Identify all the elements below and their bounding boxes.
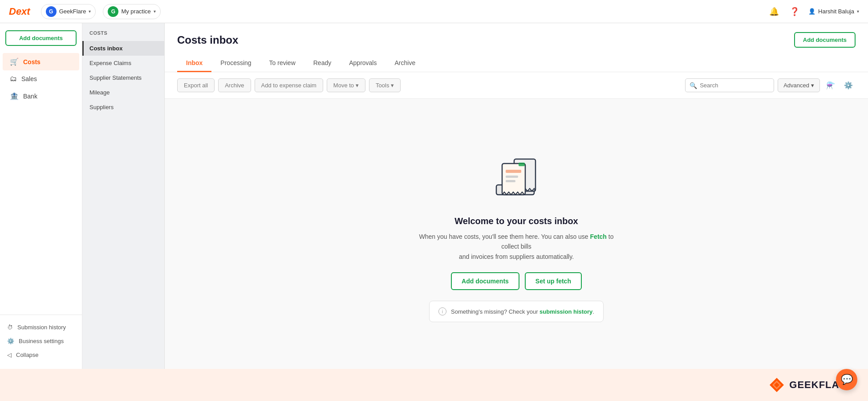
submission-history-link[interactable]: submission history [539, 308, 592, 315]
search-icon: 🔍 [690, 82, 697, 89]
sidebar-item-bank[interactable]: 🏦 Bank [3, 87, 79, 105]
archive-button[interactable]: Archive [218, 78, 251, 92]
svg-rect-2 [502, 164, 525, 195]
help-button[interactable]: ❓ [788, 5, 801, 18]
toolbar: Export all Archive Add to expense claim … [165, 72, 868, 99]
tools-button[interactable]: Tools ▾ [369, 78, 401, 92]
main-layout: Add documents 🛒 Costs 🗂 Sales 🏦 Bank ⏱ S… [0, 23, 868, 369]
costs-inbox-label: Costs inbox [89, 45, 122, 52]
user-menu[interactable]: 👤 Harshit Baluja ▾ [808, 8, 859, 15]
org2-label: My practice [121, 8, 150, 15]
header-add-documents-button[interactable]: Add documents [794, 32, 856, 48]
costs-icon: 🛒 [10, 57, 19, 66]
advanced-button[interactable]: Advanced ▾ [778, 78, 820, 92]
svg-rect-4 [506, 176, 518, 178]
search-input[interactable] [685, 78, 774, 92]
business-settings-label: Business settings [19, 338, 64, 344]
empty-state-description: When you have costs, you'll see them her… [410, 232, 623, 262]
empty-state: Welcome to your costs inbox When you hav… [165, 99, 868, 369]
org1-selector[interactable]: G GeekFlare ▾ [41, 4, 96, 19]
sidebar-item-sales[interactable]: 🗂 Sales [3, 70, 79, 87]
submission-history-item[interactable]: ⏱ Submission history [0, 320, 82, 334]
sidebar-item-costs[interactable]: 🛒 Costs [3, 53, 79, 70]
supplier-statements-label: Supplier Statements [89, 74, 142, 81]
collapse-icon: ◁ [7, 352, 12, 358]
tab-ready[interactable]: Ready [304, 55, 340, 72]
move-to-chevron-icon: ▾ [356, 82, 359, 89]
sales-icon: 🗂 [10, 75, 17, 83]
sidebar-item-costs-label: Costs [23, 58, 41, 65]
sidebar-bottom: ⏱ Submission history ⚙️ Business setting… [0, 315, 82, 362]
sidebar-item-bank-label: Bank [23, 93, 37, 100]
fetch-link[interactable]: Fetch [590, 233, 607, 240]
missing-notice-after: . [592, 308, 594, 315]
sidebar-add-documents-button[interactable]: Add documents [5, 30, 77, 46]
secondary-item-supplier-statements[interactable]: Supplier Statements [82, 70, 164, 85]
tab-approvals[interactable]: Approvals [340, 55, 385, 72]
settings-icon: ⚙️ [7, 338, 14, 344]
secondary-item-costs-inbox[interactable]: Costs inbox [82, 41, 164, 56]
advanced-chevron-icon: ▾ [811, 82, 814, 89]
info-icon: i [438, 307, 446, 315]
tab-inbox[interactable]: Inbox [177, 55, 211, 72]
empty-add-documents-button[interactable]: Add documents [451, 272, 519, 290]
submission-history-label: Submission history [17, 324, 66, 331]
svg-rect-5 [506, 180, 515, 182]
svg-rect-6 [519, 163, 525, 166]
top-nav: Dext G GeekFlare ▾ G My practice ▾ 🔔 ❓ 👤… [0, 0, 868, 23]
tab-archive[interactable]: Archive [385, 55, 424, 72]
set-up-fetch-button[interactable]: Set up fetch [525, 272, 582, 290]
user-name: Harshit Baluja [818, 8, 854, 15]
notification-button[interactable]: 🔔 [767, 5, 781, 18]
collapse-item[interactable]: ◁ Collapse [0, 348, 82, 362]
org2-avatar: G [108, 6, 118, 17]
org1-label: GeekFlare [59, 8, 86, 15]
left-sidebar: Add documents 🛒 Costs 🗂 Sales 🏦 Bank ⏱ S… [0, 23, 82, 369]
filter-button[interactable]: ⚗️ [823, 79, 838, 91]
content-header: Costs inbox Add documents Inbox Processi… [165, 23, 868, 72]
suppliers-label: Suppliers [89, 104, 114, 110]
svg-rect-3 [506, 170, 521, 173]
empty-state-title: Welcome to your costs inbox [454, 216, 578, 226]
secondary-sidebar-header: COSTS [82, 30, 164, 41]
geekflare-diamond-icon [769, 377, 785, 393]
column-settings-button[interactable]: ⚙️ [841, 79, 856, 91]
submission-history-icon: ⏱ [7, 324, 13, 331]
org2-chevron-icon: ▾ [154, 9, 156, 14]
geekflare-footer: GEEKFLARE [0, 369, 868, 401]
user-icon: 👤 [808, 8, 815, 15]
empty-illustration [490, 146, 543, 204]
export-all-button[interactable]: Export all [177, 78, 215, 92]
add-to-expense-claim-button[interactable]: Add to expense claim [255, 78, 323, 92]
empty-actions: Add documents Set up fetch [451, 272, 582, 290]
move-to-button[interactable]: Move to ▾ [327, 78, 365, 92]
content-header-top: Costs inbox Add documents [177, 32, 856, 48]
page-title: Costs inbox [177, 34, 238, 46]
tab-processing[interactable]: Processing [211, 55, 260, 72]
secondary-item-mileage[interactable]: Mileage [82, 85, 164, 100]
main-content: Costs inbox Add documents Inbox Processi… [165, 23, 868, 369]
tabs: Inbox Processing To review Ready Approva… [177, 55, 856, 72]
missing-notice: i Something's missing? Check your submis… [429, 301, 604, 322]
tab-to-review[interactable]: To review [260, 55, 304, 72]
user-chevron-icon: ▾ [857, 9, 859, 14]
org1-avatar: G [46, 6, 57, 17]
org1-chevron-icon: ▾ [89, 9, 91, 14]
secondary-sidebar: COSTS Costs inbox Expense Claims Supplie… [82, 23, 165, 369]
business-settings-item[interactable]: ⚙️ Business settings [0, 334, 82, 348]
bank-icon: 🏦 [10, 92, 19, 100]
collapse-label: Collapse [16, 352, 39, 358]
mileage-label: Mileage [89, 89, 110, 96]
org2-selector[interactable]: G My practice ▾ [103, 4, 160, 19]
expense-claims-label: Expense Claims [89, 60, 131, 66]
chat-fab-button[interactable]: 💬 [836, 369, 857, 390]
search-wrapper: 🔍 [685, 78, 774, 92]
brand-logo: Dext [9, 6, 30, 17]
secondary-item-expense-claims[interactable]: Expense Claims [82, 56, 164, 70]
top-nav-actions: 🔔 ❓ 👤 Harshit Baluja ▾ [767, 5, 859, 18]
tools-chevron-icon: ▾ [391, 82, 394, 89]
missing-notice-before: Something's missing? Check your [451, 308, 539, 315]
sidebar-item-sales-label: Sales [21, 75, 37, 82]
secondary-item-suppliers[interactable]: Suppliers [82, 100, 164, 115]
